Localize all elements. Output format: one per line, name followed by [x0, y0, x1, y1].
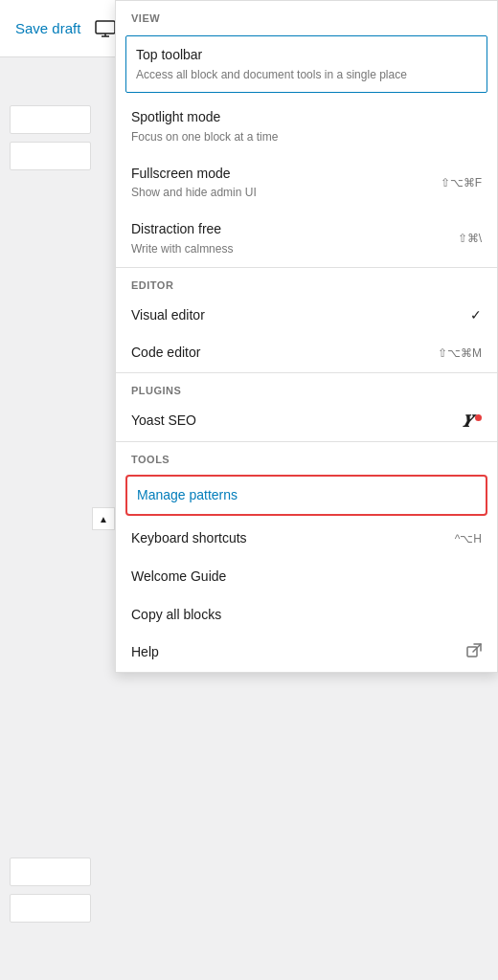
menu-item-keyboard-shortcuts[interactable]: Keyboard shortcuts ^⌥H	[116, 520, 497, 558]
external-link-icon	[466, 643, 482, 662]
mock-panel-2	[10, 142, 91, 170]
left-sidebar: ▲	[0, 57, 115, 980]
menu-item-yoast-content: Yoast SEO	[131, 412, 462, 431]
menu-item-keyboard-title: Keyboard shortcuts	[131, 529, 440, 548]
view-section: VIEW Top toolbar Access all block and do…	[116, 1, 497, 268]
menu-item-yoast-title: Yoast SEO	[131, 412, 462, 431]
menu-item-copy-all-blocks[interactable]: Copy all blocks	[116, 596, 497, 635]
code-editor-shortcut: ⇧⌥⌘M	[438, 346, 482, 360]
menu-item-help-content: Help	[131, 643, 466, 662]
bottom-inputs	[10, 858, 91, 923]
menu-item-fullscreen-title: Fullscreen mode	[131, 165, 425, 184]
menu-item-top-toolbar-desc: Access all block and document tools in a…	[136, 67, 477, 83]
tools-section: TOOLS Manage patterns Keyboard shortcuts…	[116, 442, 497, 672]
menu-item-spotlight-mode[interactable]: Spotlight mode Focus on one block at a t…	[116, 99, 497, 154]
menu-item-keyboard-content: Keyboard shortcuts	[131, 529, 440, 548]
menu-item-manage-patterns[interactable]: Manage patterns	[125, 475, 487, 517]
save-draft-button[interactable]: Save draft	[15, 20, 80, 36]
keyboard-shortcut: ^⌥H	[455, 532, 482, 546]
menu-item-distraction-content: Distraction free Write with calmness	[131, 220, 442, 256]
menu-item-welcome-guide[interactable]: Welcome Guide	[116, 558, 497, 596]
menu-item-copy-content: Copy all blocks	[131, 606, 482, 625]
menu-item-fullscreen-content: Fullscreen mode Show and hide admin UI	[131, 165, 425, 201]
menu-item-code-content: Code editor	[131, 344, 422, 363]
yoast-menu-icon: 𝒀	[462, 412, 482, 432]
view-section-label: VIEW	[116, 1, 497, 30]
menu-item-yoast-seo[interactable]: Yoast SEO 𝒀	[116, 402, 497, 441]
menu-item-distraction-free[interactable]: Distraction free Write with calmness ⇧⌘\	[116, 211, 497, 266]
menu-item-distraction-desc: Write with calmness	[131, 241, 442, 257]
menu-item-help-title: Help	[131, 643, 466, 662]
menu-item-visual-content: Visual editor	[131, 306, 455, 325]
menu-item-top-toolbar-content: Top toolbar Access all block and documen…	[136, 46, 477, 82]
main-content: ▲ VIEW Top toolbar Access all block and …	[0, 57, 498, 980]
menu-item-visual-title: Visual editor	[131, 306, 455, 325]
visual-editor-check: ✓	[470, 307, 482, 323]
distraction-shortcut: ⇧⌘\	[458, 232, 482, 245]
mock-input-2	[10, 894, 91, 923]
menu-item-spotlight-desc: Focus on one block at a time	[131, 129, 482, 145]
menu-item-help[interactable]: Help	[116, 634, 497, 672]
menu-item-visual-editor[interactable]: Visual editor ✓	[116, 297, 497, 335]
menu-item-code-title: Code editor	[131, 344, 422, 363]
editor-section: EDITOR Visual editor ✓ Code editor ⇧⌥⌘M	[116, 268, 497, 373]
tools-section-label: TOOLS	[116, 442, 497, 471]
svg-rect-0	[96, 21, 115, 33]
menu-item-welcome-title: Welcome Guide	[131, 568, 482, 587]
plugins-section-label: PLUGINS	[116, 373, 497, 402]
left-panels	[0, 96, 101, 180]
menu-item-spotlight-content: Spotlight mode Focus on one block at a t…	[131, 108, 482, 145]
menu-item-fullscreen-mode[interactable]: Fullscreen mode Show and hide admin UI ⇧…	[116, 155, 497, 211]
fullscreen-shortcut: ⇧⌥⌘F	[441, 176, 482, 189]
toolbar-left: Save draft	[15, 18, 119, 39]
menu-item-top-toolbar[interactable]: Top toolbar Access all block and documen…	[125, 35, 487, 93]
menu-item-code-editor[interactable]: Code editor ⇧⌥⌘M	[116, 334, 497, 372]
mock-panel-1	[10, 105, 91, 134]
menu-item-fullscreen-desc: Show and hide admin UI	[131, 185, 425, 201]
editor-section-label: EDITOR	[116, 268, 497, 297]
plugins-section: PLUGINS Yoast SEO 𝒀	[116, 373, 497, 442]
mock-input-1	[10, 858, 91, 886]
dropdown-menu: VIEW Top toolbar Access all block and do…	[115, 0, 498, 673]
menu-item-top-toolbar-title: Top toolbar	[136, 46, 477, 65]
menu-item-manage-patterns-content: Manage patterns	[137, 486, 476, 505]
menu-item-manage-patterns-title: Manage patterns	[137, 486, 476, 505]
menu-item-distraction-title: Distraction free	[131, 220, 442, 239]
yoast-menu-dot-icon	[475, 414, 482, 421]
menu-item-copy-title: Copy all blocks	[131, 606, 482, 625]
panel-toggle-button[interactable]: ▲	[92, 507, 115, 530]
menu-item-welcome-content: Welcome Guide	[131, 568, 482, 587]
menu-item-spotlight-title: Spotlight mode	[131, 108, 482, 127]
